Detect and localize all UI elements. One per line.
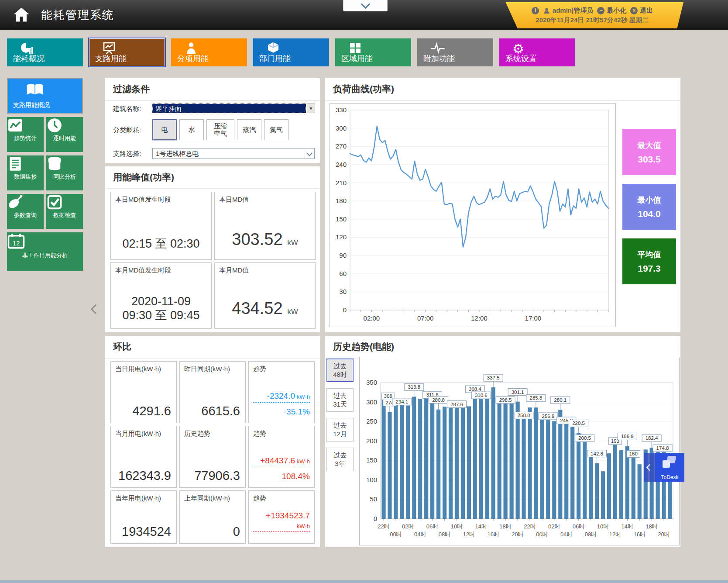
user-panel: i admin|管理员 −最小化 ×退出 2020年11月24日 21时57分4…	[501, 2, 683, 28]
range-12m-button[interactable]: 过去12月	[326, 418, 354, 442]
svg-text:180: 180	[336, 197, 347, 204]
svg-text:285.8: 285.8	[530, 395, 543, 400]
category-compressed-air-button[interactable]: 压缩 空气	[206, 119, 234, 140]
chevron-left-icon	[646, 464, 653, 471]
svg-text:18时: 18时	[499, 523, 511, 530]
sidebar-item-hourly-energy[interactable]: 逐时用能	[46, 117, 83, 152]
datetime: 2020年11月24日 21时57分42秒 星期二	[501, 16, 683, 24]
todesk-widget[interactable]: ToDesk	[644, 453, 684, 482]
minimize-icon: −	[597, 7, 604, 14]
tab-area-energy[interactable]: 区域用能	[335, 38, 411, 66]
sidebar-collapse-button[interactable]	[91, 300, 100, 318]
history-title: 历史趋势(电能)	[325, 336, 680, 359]
category-steam-button[interactable]: 蒸汽	[237, 119, 261, 140]
svg-text:186.9: 186.9	[621, 434, 634, 439]
svg-text:00时: 00时	[390, 531, 402, 538]
huanbi-panel: 环比 当日用电(kW·h)4291.6 昨日同期(kW·h)6615.6 趋势 …	[105, 335, 320, 548]
year-trend-cell: 趋势 +1934523.7 kW·h	[248, 490, 315, 544]
svg-text:256.9: 256.9	[542, 414, 555, 419]
max-value-box: 最大值303.5	[622, 129, 676, 175]
sidebar-item-yoy-analysis[interactable]: 同比分析	[46, 155, 83, 190]
svg-text:150: 150	[366, 456, 377, 464]
exit-button[interactable]: ×退出	[630, 7, 653, 15]
svg-text:210: 210	[336, 179, 347, 186]
svg-text:04时: 04时	[560, 531, 572, 538]
avg-value-box: 平均值197.3	[622, 238, 676, 284]
month-usage-cell: 当月用电(kW·h)162343.9	[110, 426, 177, 488]
header: 能耗管理系统 i admin|管理员 −最小化 ×退出 2020年11月24日 …	[0, 0, 728, 30]
dropdown-arrow-icon: ▼	[309, 106, 313, 111]
load-curve-chart: 030609012015018021024027030033002:0007:0…	[330, 103, 616, 327]
svg-text:17:00: 17:00	[525, 314, 542, 322]
category-electric-button[interactable]: 电	[152, 119, 177, 140]
tab-department-energy[interactable]: 部门用能	[253, 38, 329, 66]
chevron-down-icon	[361, 0, 370, 9]
filter-panel: 过滤条件 建筑名称: 遂平挂面 ▼ 分类能耗: 电 水 压缩 空气 蒸汽 氮气 …	[105, 78, 320, 163]
bar-chart-svg: 05010015020025030035022时00时02时04时06时08时1…	[360, 357, 678, 544]
svg-text:0: 0	[343, 306, 347, 314]
sidebar-item-nonworkday-analysis[interactable]: 12 非工作日用能分析	[7, 232, 83, 271]
svg-text:22时: 22时	[378, 523, 389, 530]
range-3y-button[interactable]: 过去3年	[326, 448, 354, 471]
svg-text:60: 60	[339, 270, 347, 277]
home-icon[interactable]	[8, 3, 35, 27]
lastyear-usage-cell: 上年同期(kW·h)0	[179, 490, 246, 544]
tab-energy-overview[interactable]: 能耗概况	[7, 38, 83, 66]
todesk-collapse[interactable]	[644, 453, 655, 482]
minimize-button[interactable]: −最小化	[597, 7, 626, 15]
clock-icon	[46, 117, 83, 134]
svg-text:12:00: 12:00	[471, 314, 488, 322]
svg-text:313.8: 313.8	[408, 384, 420, 390]
svg-text:182.4: 182.4	[646, 435, 658, 441]
branch-select[interactable]: 1号进线柜总电	[152, 148, 315, 159]
category-nitrogen-button[interactable]: 氮气	[264, 119, 288, 140]
svg-text:20时: 20时	[658, 531, 670, 538]
branch-label: 支路选择:	[113, 150, 141, 158]
svg-text:18时: 18时	[646, 523, 657, 530]
line-chart-svg: 030609012015018021024027030033002:0007:0…	[330, 104, 615, 326]
svg-text:02时: 02时	[402, 523, 414, 530]
month-md-period-card: 本月MD值发生时段 2020-11-09 09:30 至 09:45	[110, 262, 212, 329]
svg-text:07:00: 07:00	[417, 314, 434, 322]
tab-extra-functions[interactable]: 附加功能	[417, 38, 493, 66]
satellite-dish-icon	[7, 194, 44, 210]
tab-subitem-energy[interactable]: 分项用能	[171, 38, 247, 66]
svg-text:02:00: 02:00	[364, 314, 380, 322]
svg-text:250: 250	[366, 417, 377, 425]
svg-text:300: 300	[366, 398, 377, 406]
svg-text:200.5: 200.5	[578, 435, 591, 441]
year-usage-cell: 当年用电(kW·h)1934524	[110, 490, 177, 544]
category-water-button[interactable]: 水	[179, 119, 204, 140]
svg-text:220.5: 220.5	[572, 421, 585, 426]
building-select-arrow[interactable]: ▼	[307, 103, 315, 113]
svg-text:350: 350	[366, 379, 377, 386]
svg-text:12时: 12时	[609, 531, 621, 538]
building-select[interactable]: 遂平挂面	[152, 103, 306, 113]
sidebar-item-branch-overview[interactable]: 支路用能概况	[7, 78, 83, 114]
tab-branch-energy[interactable]: 支路用能	[89, 38, 165, 66]
app-title: 能耗管理系统	[41, 0, 114, 30]
tab-system-settings[interactable]: ⚙ 系统设置	[499, 38, 575, 66]
svg-text:150: 150	[336, 215, 347, 223]
sidebar-item-data-reading[interactable]: 数据集抄	[7, 155, 44, 190]
svg-text:298.5: 298.5	[499, 397, 512, 403]
sidebar-item-trend-stats[interactable]: 趋势统计	[7, 117, 44, 152]
info-button[interactable]: i	[532, 7, 539, 14]
svg-text:270: 270	[336, 142, 347, 150]
header-collapse-tab[interactable]	[343, 0, 388, 11]
history-trend-cell: 历史趋势77906.3	[179, 426, 246, 488]
todesk-logo-icon	[663, 456, 676, 469]
calendar-icon: 12	[7, 232, 83, 250]
history-bar-chart: 05010015020025030035022时00时02时04时06时08时1…	[359, 357, 680, 545]
svg-text:90: 90	[339, 252, 347, 259]
today-usage-cell: 当日用电(kW·h)4291.6	[110, 361, 177, 423]
svg-text:160: 160	[629, 451, 638, 456]
svg-text:22时: 22时	[524, 523, 536, 530]
todesk-label: ToDesk	[655, 474, 684, 480]
range-31d-button[interactable]: 过去31天	[326, 388, 354, 412]
sidebar-item-parameter-query[interactable]: 参数查询	[7, 194, 44, 229]
huanbi-title: 环比	[105, 336, 320, 359]
sidebar-item-data-check[interactable]: 数据检查	[46, 194, 83, 229]
svg-text:142.8: 142.8	[591, 451, 603, 456]
range-48h-button[interactable]: 过去48时	[326, 359, 354, 382]
